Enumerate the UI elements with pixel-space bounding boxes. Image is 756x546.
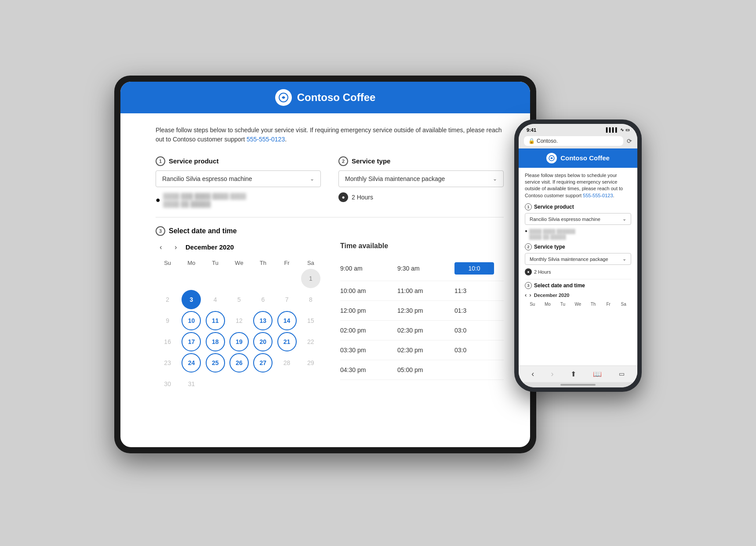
time-col1[interactable]: 9:00 am <box>340 265 393 272</box>
share-icon[interactable]: ⬆ <box>571 370 576 378</box>
cal-day-28: 28 <box>277 353 297 372</box>
phone-support-link[interactable]: 555-555-0123 <box>583 193 613 198</box>
cal-day-21[interactable]: 21 <box>277 332 297 351</box>
phone-next-month[interactable]: › <box>529 292 531 298</box>
time-col1[interactable]: 04:30 pm <box>340 366 393 373</box>
step1-dropdown[interactable]: Rancilio Silvia espresso machine ⌄ <box>156 170 321 187</box>
cal-day-6: 6 <box>253 290 273 309</box>
back-nav-icon[interactable]: ‹ <box>531 369 534 379</box>
phone-cal-grid: Su Mo Tu We Th Fr Sa <box>525 301 631 307</box>
calendar-nav: ‹ › December 2020 <box>156 242 323 253</box>
time-selected[interactable]: 10:0 <box>454 262 494 275</box>
phone-step1-header: 1 Service product <box>525 203 631 210</box>
time-col1[interactable]: 02:00 pm <box>340 327 393 334</box>
time-row-3: 12:00 pm 12:30 pm 01:3 <box>340 301 504 321</box>
time-col3[interactable]: 11:3 <box>454 287 494 294</box>
cal-day-17[interactable]: 17 <box>182 332 201 351</box>
time-col1[interactable]: 10:00 am <box>340 287 393 294</box>
time-col2[interactable]: 9:30 am <box>397 265 450 272</box>
scene: Contoso Coffee Please follow steps below… <box>114 76 642 471</box>
phone-step3-label: Select date and time <box>534 282 585 289</box>
wifi-icon: ∿ <box>620 127 624 132</box>
bookmarks-icon[interactable]: 📖 <box>593 370 602 378</box>
cal-day-26[interactable]: 26 <box>229 353 249 372</box>
reload-icon[interactable]: ⟳ <box>627 137 632 145</box>
cal-day-5: 5 <box>229 290 249 309</box>
phone-url-pill[interactable]: 🔒 Contoso. <box>524 136 623 146</box>
phone-app-title: Contoso Coffee <box>560 154 610 162</box>
cal-day-8: 8 <box>301 290 320 309</box>
cal-day-empty <box>253 374 273 394</box>
phone-prev-month[interactable]: ‹ <box>525 292 527 298</box>
phone-step1-label: Service product <box>534 204 574 210</box>
step1-label: 1 Service product <box>156 156 321 166</box>
time-col3[interactable]: 03:0 <box>454 327 494 334</box>
time-col1[interactable]: 03:30 pm <box>340 347 393 354</box>
cal-hdr-mo: Mo <box>179 258 203 268</box>
cal-hdr-th: Th <box>251 258 275 268</box>
cal-day-25[interactable]: 25 <box>206 353 225 372</box>
cal-day-18[interactable]: 18 <box>206 332 225 351</box>
cal-day-13[interactable]: 13 <box>253 311 273 330</box>
cal-day-27[interactable]: 27 <box>253 353 273 372</box>
cal-day-empty <box>158 269 177 288</box>
step3-title: Select date and time <box>169 227 237 235</box>
forward-nav-icon[interactable]: › <box>551 369 554 379</box>
cal-day-24[interactable]: 24 <box>182 353 201 372</box>
time-col2[interactable]: 02:30 pm <box>397 327 450 334</box>
time-col2[interactable]: 05:00 pm <box>397 366 450 373</box>
step1-section: 1 Service product Rancilio Silvia espres… <box>156 156 321 208</box>
form-row-steps: 1 Service product Rancilio Silvia espres… <box>156 156 504 208</box>
phone-location-icon: ● <box>525 228 527 233</box>
cal-day-16: 16 <box>158 332 177 351</box>
phone-step2-value: Monthly Silvia maintenance package <box>530 257 608 262</box>
cal-day-20[interactable]: 20 <box>253 332 273 351</box>
time-col2[interactable]: 11:00 am <box>397 287 450 294</box>
step2-circle: 2 <box>338 156 348 166</box>
cal-day-14[interactable]: 14 <box>277 311 297 330</box>
cal-day-empty <box>277 269 297 288</box>
cal-day-29: 29 <box>301 353 320 372</box>
tabs-icon[interactable]: ▭ <box>619 370 625 377</box>
time-col3[interactable]: 03:0 <box>454 347 494 354</box>
cal-day-empty <box>229 374 249 394</box>
section-divider <box>156 217 504 217</box>
cal-week-1: 1 <box>156 268 323 289</box>
support-phone-link[interactable]: 555-555-0123 <box>247 136 285 143</box>
cal-day-9: 9 <box>158 311 177 330</box>
cal-day-19[interactable]: 19 <box>229 332 249 351</box>
calendar-times-section: ‹ › December 2020 Su Mo Tu We Th F <box>156 242 504 394</box>
time-col2[interactable]: 02:30 pm <box>397 347 450 354</box>
step1-chevron-icon: ⌄ <box>310 176 314 182</box>
step2-dropdown[interactable]: Monthly Silvia maintenance package ⌄ <box>338 170 504 187</box>
cal-day-3[interactable]: 3 <box>182 290 201 309</box>
time-col1[interactable]: 12:00 pm <box>340 307 393 314</box>
location-row: ● ████ ███ ████ ████ ████████ ██ █████ <box>156 192 321 208</box>
tablet-content: Please follow steps below to schedule yo… <box>120 113 530 447</box>
calendar-month-label: December 2020 <box>185 243 234 251</box>
phone-step2-dropdown[interactable]: Monthly Silvia maintenance package ⌄ <box>525 253 631 265</box>
home-bar <box>560 384 596 386</box>
step2-selected: Monthly Silvia maintenance package <box>345 175 445 182</box>
cal-day-1[interactable]: 1 <box>301 269 320 288</box>
cal-day-11[interactable]: 11 <box>206 311 225 330</box>
cal-hdr-sa: Sa <box>299 258 323 268</box>
phone-step2-circle: 2 <box>525 243 532 250</box>
step1-selected: Rancilio Silvia espresso machine <box>162 175 252 182</box>
phone-address: ████ ████ ██████████ ██ █████ <box>529 228 575 240</box>
time-col2[interactable]: 12:30 pm <box>397 307 450 314</box>
time-col3[interactable]: 01:3 <box>454 307 494 314</box>
calendar-grid: Su Mo Tu We Th Fr Sa <box>156 258 323 394</box>
cal-day-10[interactable]: 10 <box>182 311 201 330</box>
phone-step1-chevron: ⌄ <box>622 216 626 222</box>
tablet-logo <box>275 89 292 106</box>
next-month-button[interactable]: › <box>171 242 181 253</box>
cal-week-2: 2 3 4 5 6 7 8 <box>156 289 323 310</box>
time-row-4: 02:00 pm 02:30 pm 03:0 <box>340 321 504 340</box>
phone-step1-value: Rancilio Silvia espresso machine <box>530 217 600 222</box>
prev-month-button[interactable]: ‹ <box>156 242 166 253</box>
phone-divider <box>525 279 631 279</box>
phone-step1-dropdown[interactable]: Rancilio Silvia espresso machine ⌄ <box>525 213 631 225</box>
cal-day-30: 30 <box>158 374 177 394</box>
phone-duration-row: ● 2 Hours <box>525 268 631 275</box>
